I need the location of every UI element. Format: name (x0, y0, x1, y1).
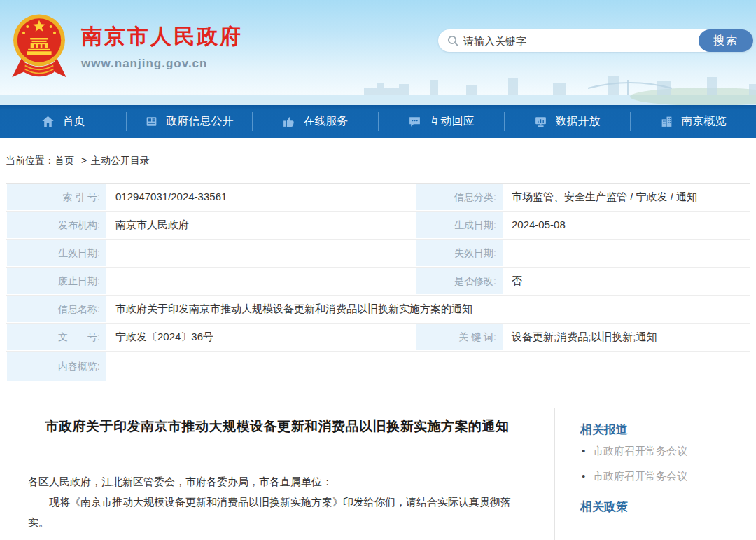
home-icon (41, 115, 55, 128)
nav-item-label: 在线服务 (304, 114, 349, 129)
meta-label-abolish-date: 废止日期: (6, 268, 107, 295)
data-open-icon (534, 115, 547, 128)
meta-label-created-date: 生成日期: (415, 212, 503, 239)
nav-item-gov-info[interactable]: 政府信息公开 (126, 105, 252, 138)
meta-value-modified: 否 (503, 268, 750, 295)
national-emblem-icon (8, 11, 70, 84)
meta-value-category: 市场监管、安全生产监管 / 宁政发 / 通知 (503, 184, 750, 211)
related-reports-heading: 相关报道 (580, 422, 741, 438)
meta-value-index-no: 012947031/2024-33561 (107, 184, 415, 211)
content-area: 市政府关于印发南京市推动大规模设备更新和消费品以旧换新实施方案的通知 各区人民政… (6, 382, 750, 540)
meta-label-index-no: 索 引 号: (6, 184, 107, 211)
nav-item-label: 数据开放 (556, 114, 601, 129)
nav-item-label: 南京概览 (682, 114, 727, 129)
online-service-icon (282, 115, 295, 128)
meta-value-title: 市政府关于印发南京市推动大规模设备更新和消费品以旧换新实施方案的通知 (107, 296, 750, 323)
meta-label-issuer: 发布机构: (6, 212, 107, 239)
table-row: 废止日期: 是否修改: 否 (6, 267, 750, 295)
meta-value-summary (107, 352, 750, 382)
main-nav: 首页 政府信息公开 在线服务 互动回应 (0, 105, 756, 138)
article-paragraph: 各区人民政府，江北新区管委会，市府各委办局，市各直属单位： (28, 471, 526, 492)
meta-label-modified: 是否修改: (415, 268, 503, 295)
breadcrumb: 当前位置：首页 >主动公开目录 (6, 155, 750, 167)
meta-label-keywords: 关 键 词: (415, 324, 503, 351)
sidebar-right-divider (750, 382, 750, 540)
interaction-icon (408, 115, 421, 128)
related-policies-heading: 相关政策 (580, 499, 741, 515)
article: 市政府关于印发南京市推动大规模设备更新和消费品以旧换新实施方案的通知 各区人民政… (6, 382, 554, 540)
city-overview-icon (660, 115, 673, 128)
document-meta-table: 索 引 号: 012947031/2024-33561 信息分类: 市场监管、安… (6, 183, 750, 382)
breadcrumb-separator: > (81, 155, 87, 166)
meta-label-summary: 内容概览: (6, 352, 107, 382)
list-item[interactable]: 市政府召开常务会议 (580, 445, 741, 458)
nav-item-data-open[interactable]: 数据开放 (504, 105, 630, 138)
meta-label-title: 信息名称: (6, 296, 107, 323)
meta-value-created-date: 2024-05-08 (503, 212, 750, 239)
table-row: 生效日期: 失效日期: (6, 239, 750, 267)
table-row: 内容概览: (6, 351, 750, 382)
table-row: 信息名称: 市政府关于印发南京市推动大规模设备更新和消费品以旧换新实施方案的通知 (6, 295, 750, 323)
nav-item-online-service[interactable]: 在线服务 (252, 105, 378, 138)
meta-value-expiry-date (503, 240, 750, 267)
related-sidebar: 相关报道 市政府召开常务会议 市政府召开常务会议 相关政策 (554, 408, 750, 540)
search-bar: 搜索 (438, 29, 753, 52)
search-icon (447, 34, 459, 47)
nav-item-label: 政府信息公开 (167, 114, 234, 129)
site-title: 南京市人民政府 (81, 22, 243, 51)
meta-value-abolish-date (107, 268, 415, 295)
table-row: 发布机构: 南京市人民政府 生成日期: 2024-05-08 (6, 211, 750, 239)
site-header: 南京市人民政府 www.nanjing.gov.cn 搜索 (0, 0, 756, 105)
meta-value-issuer: 南京市人民政府 (107, 212, 415, 239)
meta-label-doc-number: 文 号: (6, 324, 107, 351)
nav-item-home[interactable]: 首页 (0, 105, 126, 138)
nav-item-interaction[interactable]: 互动回应 (378, 105, 504, 138)
meta-value-effective-date (107, 240, 415, 267)
breadcrumb-label: 当前位置： (6, 155, 55, 166)
nav-item-label: 互动回应 (430, 114, 475, 129)
related-reports-list: 市政府召开常务会议 市政府召开常务会议 (580, 445, 741, 483)
article-title: 市政府关于印发南京市推动大规模设备更新和消费品以旧换新实施方案的通知 (42, 413, 512, 439)
breadcrumb-current-link[interactable]: 主动公开目录 (91, 155, 150, 166)
site-url: www.nanjing.gov.cn (81, 57, 243, 71)
site-brand: 南京市人民政府 www.nanjing.gov.cn (8, 11, 243, 84)
search-input[interactable] (463, 29, 687, 52)
meta-label-effective-date: 生效日期: (6, 240, 107, 267)
list-item[interactable]: 市政府召开常务会议 (580, 470, 741, 483)
search-button[interactable]: 搜索 (699, 29, 753, 52)
table-row: 索 引 号: 012947031/2024-33561 信息分类: 市场监管、安… (6, 184, 750, 211)
breadcrumb-home-link[interactable]: 首页 (55, 155, 74, 166)
article-paragraph: 现将《南京市推动大规模设备更新和消费品以旧换新实施方案》印发给你们，请结合实际认… (28, 492, 526, 532)
table-row: 文 号: 宁政发〔2024〕36号 关 键 词: 设备更新;消费品;以旧换新;通… (6, 323, 750, 351)
meta-label-category: 信息分类: (415, 184, 503, 211)
nav-item-city-overview[interactable]: 南京概览 (630, 105, 756, 138)
nav-item-label: 首页 (63, 114, 85, 129)
meta-label-expiry-date: 失效日期: (415, 240, 503, 267)
meta-value-keywords: 设备更新;消费品;以旧换新;通知 (503, 324, 750, 351)
meta-value-doc-number: 宁政发〔2024〕36号 (107, 324, 415, 351)
gov-info-icon (145, 115, 158, 128)
